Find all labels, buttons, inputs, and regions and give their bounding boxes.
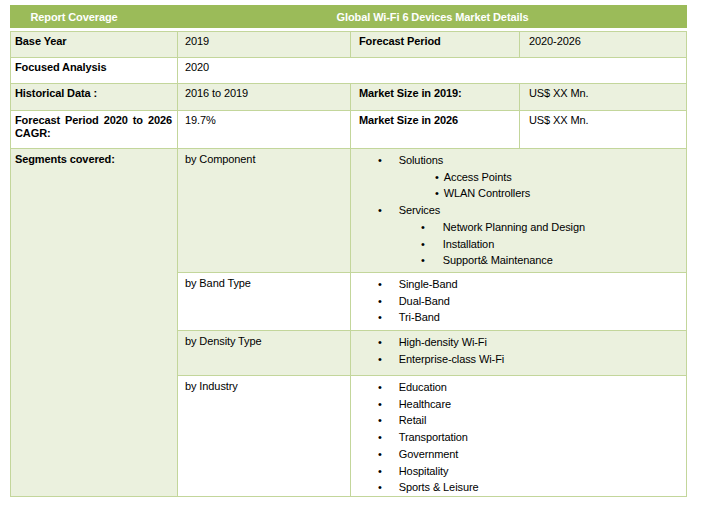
row-value-cell: 19.7% xyxy=(178,111,351,148)
bullet-icon: • xyxy=(378,152,382,169)
segment-group-label: by Industry xyxy=(178,376,351,496)
bullet-icon: • xyxy=(378,379,382,396)
segment-item-list: •Solutions•Access Points•WLAN Controller… xyxy=(351,149,686,272)
row-label-cell: Focused Analysis xyxy=(11,58,178,83)
segment-group-label: by Band Type xyxy=(178,273,351,330)
row-label2-cell: Market Size in 2026 xyxy=(351,111,520,148)
list-item: •Transportation xyxy=(351,429,686,446)
segment-item-list: •High-density Wi-Fi•Enterprise-class Wi-… xyxy=(351,331,686,375)
list-item: •Installation xyxy=(351,236,686,253)
list-item: •Solutions xyxy=(351,152,686,169)
list-item: •Hospitality xyxy=(351,463,686,480)
page: Report Coverage Global Wi-Fi 6 Devices M… xyxy=(0,0,701,506)
list-item-label: Support& Maintenance xyxy=(443,252,553,269)
bullet-icon: • xyxy=(378,202,382,219)
row-value-cell: 2019 xyxy=(178,32,351,57)
list-item-label: Healthcare xyxy=(399,396,451,413)
list-item-label: Hospitality xyxy=(399,463,449,480)
list-item: •Single-Band xyxy=(351,276,686,293)
list-item: •High-density Wi-Fi xyxy=(351,334,686,351)
row-label2-cell: Market Size in 2019: xyxy=(351,84,520,110)
bullet-icon: • xyxy=(378,412,382,429)
list-item: •Support& Maintenance xyxy=(351,252,686,269)
list-item-label: Access Points xyxy=(444,169,512,186)
segments-subtable: by Component•Solutions•Access Points•WLA… xyxy=(178,149,686,496)
info-row: Historical Data :2016 to 2019Market Size… xyxy=(11,84,686,111)
bullet-icon: • xyxy=(421,252,425,269)
list-item: •Healthcare xyxy=(351,396,686,413)
list-item-label: Services xyxy=(399,202,440,219)
list-item: •Sports & Leisure xyxy=(351,479,686,496)
segment-item-list: •Single-Band•Dual-Band•Tri-Band xyxy=(351,273,686,330)
list-item-label: Solutions xyxy=(399,152,443,169)
list-item: •Government xyxy=(351,446,686,463)
bullet-icon: • xyxy=(378,309,382,326)
report-coverage-table: Report Coverage Global Wi-Fi 6 Devices M… xyxy=(10,5,687,497)
list-item-label: WLAN Controllers xyxy=(444,185,530,202)
header-report-coverage: Report Coverage xyxy=(10,11,178,23)
list-item-label: Single-Band xyxy=(399,276,458,293)
segment-group-label: by Component xyxy=(178,149,351,272)
row-label-cell: Forecast Period 2020 to 2026 CAGR: xyxy=(11,111,178,148)
list-item-label: Network Planning and Design xyxy=(443,219,585,236)
list-item: •Tri-Band xyxy=(351,309,686,326)
list-item: •Network Planning and Design xyxy=(351,219,686,236)
list-item-label: High-density Wi-Fi xyxy=(399,334,487,351)
bullet-icon: • xyxy=(435,169,439,186)
segment-group: by Density Type•High-density Wi-Fi•Enter… xyxy=(178,331,686,376)
list-item: •Retail xyxy=(351,412,686,429)
bullet-icon: • xyxy=(421,236,425,253)
row-value2-cell: US$ XX Mn. xyxy=(520,111,686,148)
bullet-icon: • xyxy=(378,334,382,351)
row-value2-cell: US$ XX Mn. xyxy=(520,84,686,110)
info-row: Forecast Period 2020 to 2026 CAGR:19.7%M… xyxy=(11,111,686,149)
bullet-icon: • xyxy=(378,276,382,293)
list-item-label: Transportation xyxy=(399,429,468,446)
segments-label-cell: Segments covered: xyxy=(11,149,178,496)
list-item-label: Dual-Band xyxy=(399,293,450,310)
list-item: •Education xyxy=(351,379,686,396)
header-market-details: Global Wi-Fi 6 Devices Market Details xyxy=(178,11,687,23)
bullet-icon: • xyxy=(378,351,382,368)
segment-group: by Industry•Education•Healthcare•Retail•… xyxy=(178,376,686,496)
bullet-icon: • xyxy=(421,219,425,236)
list-item: •Access Points xyxy=(351,169,686,186)
table-body: Base Year2019Forecast Period2020-2026Foc… xyxy=(10,31,687,497)
bullet-icon: • xyxy=(378,429,382,446)
list-item: •Dual-Band xyxy=(351,293,686,310)
list-item-label: Government xyxy=(399,446,459,463)
list-item-label: Sports & Leisure xyxy=(399,479,479,496)
info-row: Focused Analysis2020 xyxy=(11,58,686,84)
row-value-cell: 2020 xyxy=(178,58,686,83)
segments-row: Segments covered: by Component•Solutions… xyxy=(11,149,686,496)
list-item-label: Enterprise-class Wi-Fi xyxy=(399,351,504,368)
table-header-row: Report Coverage Global Wi-Fi 6 Devices M… xyxy=(10,5,687,28)
bullet-icon: • xyxy=(435,185,439,202)
list-item-label: Tri-Band xyxy=(399,309,440,326)
bullet-icon: • xyxy=(378,396,382,413)
bullet-icon: • xyxy=(378,463,382,480)
row-label2-cell: Forecast Period xyxy=(351,32,520,57)
segment-item-list: •Education•Healthcare•Retail•Transportat… xyxy=(351,376,686,496)
list-item: •Enterprise-class Wi-Fi xyxy=(351,351,686,368)
row-value-cell: 2016 to 2019 xyxy=(178,84,351,110)
bullet-icon: • xyxy=(378,446,382,463)
list-item-label: Installation xyxy=(443,236,494,253)
segment-group: by Band Type•Single-Band•Dual-Band•Tri-B… xyxy=(178,273,686,331)
list-item-label: Retail xyxy=(399,412,427,429)
row-label-cell: Base Year xyxy=(11,32,178,57)
segment-group: by Component•Solutions•Access Points•WLA… xyxy=(178,149,686,273)
list-item-label: Education xyxy=(399,379,447,396)
bullet-icon: • xyxy=(378,293,382,310)
list-item: •WLAN Controllers xyxy=(351,185,686,202)
segment-group-label: by Density Type xyxy=(178,331,351,375)
list-item: •Services xyxy=(351,202,686,219)
row-value2-cell: 2020-2026 xyxy=(520,32,686,57)
row-label-cell: Historical Data : xyxy=(11,84,178,110)
bullet-icon: • xyxy=(378,479,382,496)
info-row: Base Year2019Forecast Period2020-2026 xyxy=(11,32,686,58)
